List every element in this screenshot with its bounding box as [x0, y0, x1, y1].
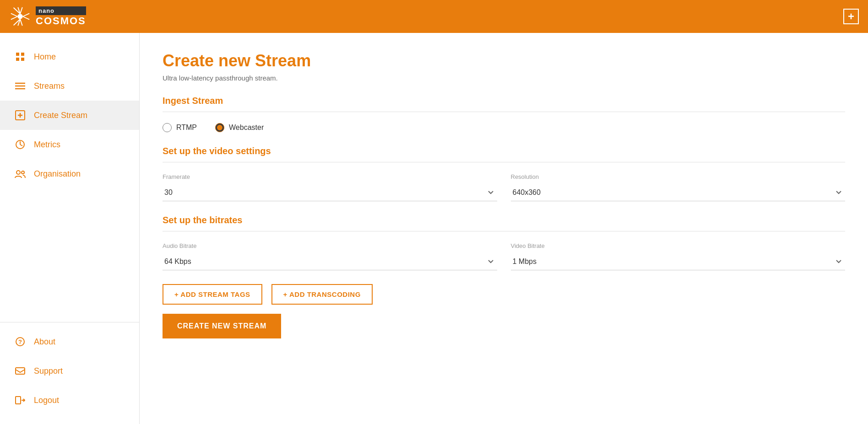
video-settings-row: Framerate 24 25 30 50 60 Resolution 640x…	[163, 173, 845, 201]
sidebar: Home Streams Create Stream Metrics	[0, 33, 140, 424]
rtmp-radio[interactable]	[163, 123, 172, 132]
audio-bitrate-group: Audio Bitrate 32 Kbps 64 Kbps 128 Kbps 2…	[163, 242, 497, 270]
header-plus-button[interactable]: +	[843, 9, 859, 24]
sidebar-label-create-stream: Create Stream	[34, 111, 87, 120]
support-icon	[14, 365, 27, 377]
svg-point-22	[16, 171, 20, 174]
resolution-group: Resolution 640x360 1280x720 1920x1080	[511, 173, 846, 201]
sidebar-item-support[interactable]: Support	[0, 356, 139, 386]
about-icon: ?	[14, 335, 27, 348]
audio-bitrate-label: Audio Bitrate	[163, 242, 497, 249]
sidebar-nav: Home Streams Create Stream Metrics	[0, 33, 139, 322]
logo-text: nano COSMOS	[36, 6, 86, 27]
bitrates-section: Set up the bitrates Audio Bitrate 32 Kbp…	[163, 215, 845, 270]
sidebar-label-support: Support	[34, 366, 63, 376]
svg-rect-12	[21, 53, 24, 56]
svg-rect-14	[21, 58, 24, 61]
video-bitrate-group: Video Bitrate 500 Kbps 1 Mbps 2 Mbps 4 M…	[511, 242, 846, 270]
sidebar-label-organisation: Organisation	[34, 169, 81, 179]
sidebar-label-metrics: Metrics	[34, 140, 60, 150]
svg-line-8	[23, 16, 29, 20]
ingest-radio-group: RTMP Webcaster	[163, 123, 845, 132]
bitrates-row: Audio Bitrate 32 Kbps 64 Kbps 128 Kbps 2…	[163, 242, 845, 270]
sidebar-item-metrics[interactable]: Metrics	[0, 130, 139, 159]
resolution-label: Resolution	[511, 173, 846, 180]
spider-icon	[9, 5, 31, 27]
sidebar-label-home: Home	[34, 52, 56, 62]
svg-line-7	[23, 13, 29, 16]
sidebar-item-create-stream[interactable]: Create Stream	[0, 101, 139, 130]
sidebar-label-about: About	[34, 337, 55, 347]
action-button-row: + ADD STREAM TAGS + ADD TRANSCODING	[163, 284, 845, 305]
webcaster-radio[interactable]	[215, 123, 224, 132]
svg-rect-13	[16, 58, 19, 61]
framerate-select[interactable]: 24 25 30 50 60	[163, 184, 497, 201]
bitrates-divider	[163, 231, 845, 231]
rtmp-label-text: RTMP	[176, 123, 197, 132]
svg-line-5	[11, 13, 17, 16]
ingest-stream-title: Ingest Stream	[163, 96, 845, 106]
nano-badge: nano	[36, 6, 86, 15]
video-settings-title: Set up the video settings	[163, 146, 845, 156]
svg-rect-11	[16, 53, 19, 56]
home-icon	[14, 50, 27, 63]
svg-rect-27	[16, 397, 21, 404]
video-bitrate-select[interactable]: 500 Kbps 1 Mbps 2 Mbps 4 Mbps	[511, 253, 846, 270]
sidebar-item-about[interactable]: ? About	[0, 327, 139, 356]
sidebar-item-streams[interactable]: Streams	[0, 71, 139, 101]
resolution-select[interactable]: 640x360 1280x720 1920x1080	[511, 184, 846, 201]
svg-line-6	[11, 16, 17, 20]
sidebar-item-home[interactable]: Home	[0, 42, 139, 71]
webcaster-label-text: Webcaster	[229, 123, 264, 132]
header: nano COSMOS +	[0, 0, 868, 33]
sidebar-label-streams: Streams	[34, 81, 65, 91]
framerate-group: Framerate 24 25 30 50 60	[163, 173, 497, 201]
sidebar-label-logout: Logout	[34, 396, 59, 405]
create-new-stream-button[interactable]: CREATE NEW STREAM	[163, 314, 281, 338]
svg-point-23	[22, 171, 24, 174]
page-title: Create new Stream	[163, 51, 845, 70]
sidebar-item-logout[interactable]: Logout	[0, 386, 139, 415]
bitrates-title: Set up the bitrates	[163, 215, 845, 225]
sidebar-item-organisation[interactable]: Organisation	[0, 159, 139, 188]
logout-icon	[14, 394, 27, 407]
svg-line-10	[20, 19, 22, 26]
cosmos-text: COSMOS	[36, 15, 86, 27]
metrics-icon	[14, 138, 27, 151]
framerate-label: Framerate	[163, 173, 497, 180]
video-settings-section: Set up the video settings Framerate 24 2…	[163, 146, 845, 201]
organisation-icon	[14, 167, 27, 180]
main-content: Create new Stream Ultra low-latency pass…	[140, 33, 868, 424]
svg-point-0	[17, 14, 23, 19]
ingest-stream-section: Ingest Stream RTMP Webcaster	[163, 96, 845, 132]
add-transcoding-button[interactable]: + ADD TRANSCODING	[271, 284, 373, 305]
svg-line-9	[20, 7, 22, 14]
page-subtitle: Ultra low-latency passthrough stream.	[163, 74, 845, 82]
logo-area: nano COSMOS	[9, 5, 86, 27]
add-stream-tags-button[interactable]: + ADD STREAM TAGS	[163, 284, 262, 305]
streams-icon	[14, 80, 27, 92]
sidebar-bottom: ? About Support Logout	[0, 322, 139, 424]
video-divider	[163, 162, 845, 162]
create-stream-icon	[14, 109, 27, 122]
video-bitrate-label: Video Bitrate	[511, 242, 846, 249]
svg-rect-26	[16, 368, 25, 374]
ingest-divider	[163, 112, 845, 112]
audio-bitrate-select[interactable]: 32 Kbps 64 Kbps 128 Kbps 256 Kbps	[163, 253, 497, 270]
rtmp-radio-label[interactable]: RTMP	[163, 123, 197, 132]
svg-text:?: ?	[18, 338, 22, 345]
webcaster-radio-label[interactable]: Webcaster	[215, 123, 264, 132]
